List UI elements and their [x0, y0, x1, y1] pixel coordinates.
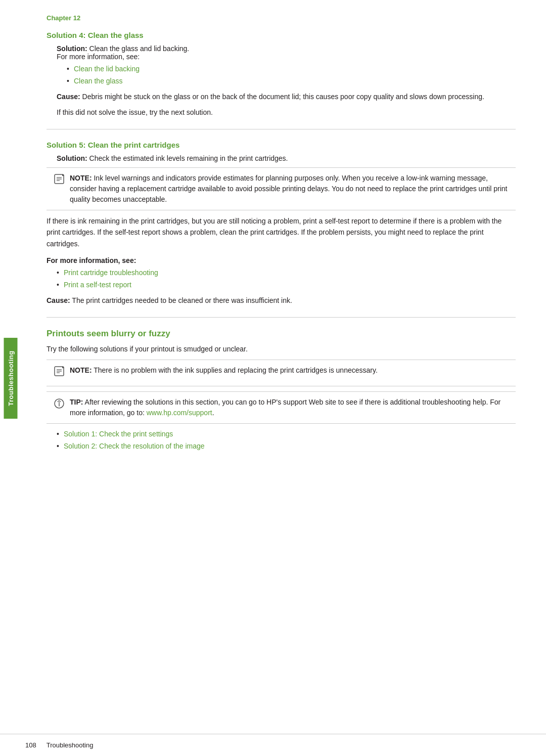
- solution5-cause-text: The print cartridges needed to be cleane…: [72, 296, 292, 304]
- clean-glass-link[interactable]: Clean the glass: [74, 77, 123, 85]
- printouts-tip-content: TIP: After reviewing the solutions in th…: [70, 397, 509, 418]
- printouts-intro: Try the following solutions if your prin…: [47, 344, 516, 354]
- solution5-title: Solution 5: Clean the print cartridges: [47, 141, 516, 149]
- sidebar-tab: Troubleshooting: [4, 338, 18, 419]
- sidebar: Troubleshooting: [0, 0, 21, 756]
- solution5-for-more: For more information, see:: [47, 256, 516, 264]
- solution5-cause-line: Cause: The print cartridges needed to be…: [47, 295, 516, 306]
- note-icon2: [54, 366, 65, 381]
- printouts-note-box: NOTE: There is no problem with the ink s…: [47, 360, 516, 386]
- footer: 108 Troubleshooting: [0, 734, 546, 756]
- solution5-links-list: Print cartridge troubleshooting Print a …: [57, 268, 516, 290]
- solution4-for-more: For more information, see:: [57, 53, 516, 61]
- list-item: Print a self-test report: [57, 280, 516, 290]
- solution4-links-list: Clean the lid backing Clean the glass: [67, 64, 516, 86]
- printouts-links-list: Solution 1: Check the print settings Sol…: [57, 429, 516, 452]
- solution4-cause-line: Cause: Debris might be stuck on the glas…: [57, 92, 516, 102]
- solution5-note-content: NOTE: Ink level warnings and indicators …: [70, 173, 509, 205]
- solution4-title: Solution 4: Clean the glass: [47, 31, 516, 39]
- clean-lid-backing-link[interactable]: Clean the lid backing: [74, 65, 140, 73]
- chapter-label: Chapter 12: [47, 14, 516, 22]
- tip-icon: [54, 398, 65, 418]
- main-content: Chapter 12 Solution 4: Clean the glass S…: [21, 0, 546, 756]
- solution5-note-text: Ink level warnings and indicators provid…: [70, 174, 507, 203]
- solution4-body: Solution: Clean the glass and lid backin…: [47, 45, 516, 118]
- solution5-solution-label: Solution:: [57, 154, 87, 162]
- solution5-note-box: NOTE: Ink level warnings and indicators …: [47, 167, 516, 210]
- list-item: Print cartridge troubleshooting: [57, 268, 516, 278]
- printouts-section: Printouts seem blurry or fuzzy Try the f…: [47, 329, 516, 452]
- solution4-section: Solution 4: Clean the glass Solution: Cl…: [47, 31, 516, 118]
- list-item: Clean the glass: [67, 76, 516, 86]
- solution5-body: Solution: Check the estimated ink levels…: [47, 154, 516, 162]
- printouts-tip-label: TIP:: [70, 398, 83, 406]
- solution5-body-text: If there is ink remaining in the print c…: [47, 215, 516, 249]
- printouts-note-content: NOTE: There is no problem with the ink s…: [70, 365, 509, 381]
- list-item: Solution 1: Check the print settings: [57, 429, 516, 439]
- printouts-title: Printouts seem blurry or fuzzy: [47, 329, 516, 339]
- solution5-section: Solution 5: Clean the print cartridges S…: [47, 141, 516, 306]
- printouts-tip-box: TIP: After reviewing the solutions in th…: [47, 391, 516, 424]
- solution5-solution-line: Solution: Check the estimated ink levels…: [57, 154, 516, 162]
- printouts-tip-text: After reviewing the solutions in this se…: [70, 398, 500, 417]
- footer-label: Troubleshooting: [47, 741, 94, 749]
- solution1-link[interactable]: Solution 1: Check the print settings: [64, 430, 173, 438]
- footer-page-number: 108: [25, 741, 36, 749]
- solution4-next-text: If this did not solve the issue, try the…: [57, 107, 516, 118]
- solution5-cause-label: Cause:: [47, 296, 70, 304]
- divider1: [47, 129, 516, 129]
- note-icon: [54, 173, 65, 205]
- list-item: Clean the lid backing: [67, 64, 516, 74]
- solution5-solution-text: Check the estimated ink levels remaining…: [89, 154, 288, 162]
- solution5-note-label: NOTE:: [70, 174, 92, 182]
- solution4-solution-line: Solution: Clean the glass and lid backin…: [57, 45, 516, 53]
- solution2-link[interactable]: Solution 2: Check the resolution of the …: [64, 442, 205, 450]
- list-item: Solution 2: Check the resolution of the …: [57, 441, 516, 452]
- solution4-solution-label: Solution:: [57, 45, 87, 53]
- hp-support-link[interactable]: www.hp.com/support: [147, 409, 212, 417]
- print-self-test-link[interactable]: Print a self-test report: [64, 281, 131, 289]
- solution4-solution-text: Clean the glass and lid backing.: [89, 45, 190, 53]
- print-cartridge-troubleshooting-link[interactable]: Print cartridge troubleshooting: [64, 269, 158, 277]
- divider2: [47, 317, 516, 318]
- printouts-note-label: NOTE:: [70, 366, 92, 374]
- solution4-cause-label: Cause:: [57, 93, 80, 101]
- printouts-note-text: There is no problem with the ink supplie…: [94, 366, 378, 374]
- solution4-cause-text: Debris might be stuck on the glass or on…: [82, 93, 484, 101]
- tip-period: .: [212, 409, 214, 417]
